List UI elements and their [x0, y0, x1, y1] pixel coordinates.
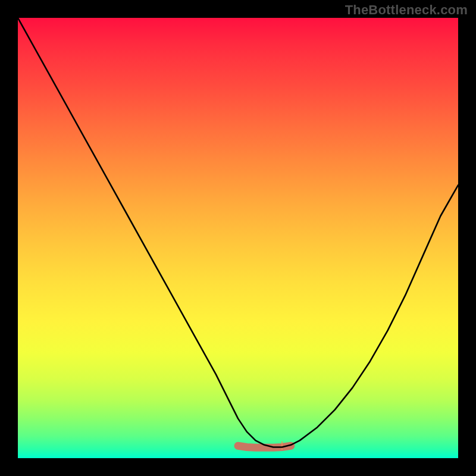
plot-area — [18, 18, 458, 458]
chart-frame: TheBottleneck.com — [0, 0, 476, 476]
watermark-text: TheBottleneck.com — [345, 2, 468, 18]
bottleneck-curve — [18, 18, 458, 447]
curve-layer — [18, 18, 458, 458]
